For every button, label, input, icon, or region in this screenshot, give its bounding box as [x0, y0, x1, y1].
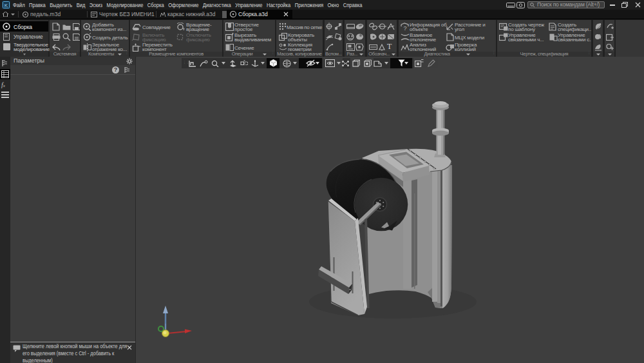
svg-text:K: K	[5, 3, 8, 8]
svg-text:?: ?	[403, 25, 406, 31]
